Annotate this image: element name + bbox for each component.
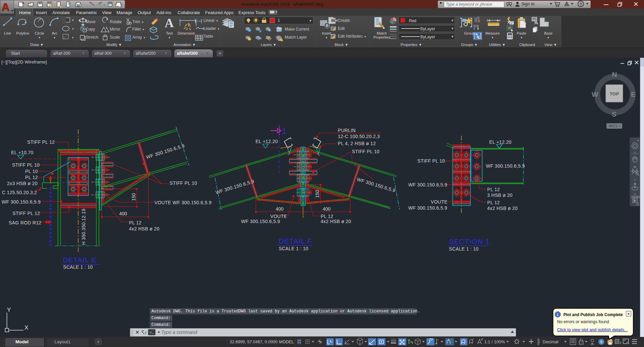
svg-text:WCS: WCS [609, 124, 618, 128]
svg-text:PURLIN: PURLIN [338, 128, 356, 133]
svg-text:STIFF PL 12: STIFF PL 12 [27, 139, 55, 145]
svg-text:SCALE 1 : 10: SCALE 1 : 10 [279, 246, 308, 251]
svg-text:WF 300.150.6,5.9: WF 300.150.6,5.9 [2, 199, 41, 205]
svg-text:DETAIL E: DETAIL E [63, 256, 97, 264]
svg-text:STIFF PL 12: STIFF PL 12 [12, 211, 40, 216]
svg-text:2x3 HSB ø 20: 2x3 HSB ø 20 [7, 181, 38, 186]
svg-text:[−][Top][2D Wireframe]: [−][Top][2D Wireframe] [1, 59, 47, 64]
svg-text:EL +12.20: EL +12.20 [256, 139, 278, 144]
svg-text:150: 150 [315, 190, 320, 198]
svg-text:PL 4, 2 HSB ø 12: PL 4, 2 HSB ø 12 [338, 141, 376, 146]
svg-text:X: X [25, 324, 28, 331]
svg-text:PL 12: PL 12 [321, 214, 333, 219]
svg-text:12-C 100.50.20.2,3: 12-C 100.50.20.2,3 [338, 134, 380, 139]
svg-text:STIFF PL 10: STIFF PL 10 [417, 158, 445, 164]
svg-text:4x2 HSB ø 20: 4x2 HSB ø 20 [321, 219, 351, 224]
svg-text:SCALE 1 : 10: SCALE 1 : 10 [449, 246, 478, 252]
svg-text:150: 150 [131, 193, 136, 201]
svg-text:W: W [592, 90, 598, 98]
svg-text:400: 400 [119, 211, 127, 216]
svg-text:PL 12: PL 12 [487, 187, 500, 192]
svg-text:N: N [612, 71, 617, 78]
svg-text:STIFF PL 10: STIFF PL 10 [352, 149, 379, 154]
svg-text:400: 400 [323, 206, 331, 212]
svg-text:VOUTE WF 300.150.6,5.9: VOUTE WF 300.150.6,5.9 [154, 200, 212, 205]
svg-text:VOUTE: VOUTE [431, 199, 448, 205]
svg-text:WF 300.150.6,5.9: WF 300.150.6,5.9 [408, 182, 447, 187]
svg-text:C 125.50.20.3,2: C 125.50.20.3,2 [2, 190, 37, 195]
svg-text:S: S [612, 110, 616, 118]
svg-text:VOUTE: VOUTE [270, 214, 287, 219]
svg-text:Y: Y [7, 307, 11, 313]
svg-text:400: 400 [276, 206, 284, 212]
svg-text:STIFF PL 10: STIFF PL 10 [12, 162, 40, 168]
svg-text:E: E [631, 90, 636, 98]
svg-text:Decimal: Decimal [543, 339, 558, 344]
svg-text:1: 1 [282, 127, 286, 136]
svg-text:TOP: TOP [610, 91, 619, 96]
svg-text:PL 12: PL 12 [487, 200, 500, 205]
svg-text:PL 12: PL 12 [25, 175, 38, 180]
svg-text:H 350.350.12.19: H 350.350.12.19 [81, 209, 86, 245]
svg-text:WF 300.150.6,5.9: WF 300.150.6,5.9 [486, 163, 525, 169]
svg-text:1:1 / 100%: 1:1 / 100% [484, 339, 505, 344]
svg-text:4x2 HSB ø 20: 4x2 HSB ø 20 [487, 206, 518, 211]
svg-text:EL +10.70: EL +10.70 [11, 150, 33, 155]
svg-text:>_: >_ [149, 331, 154, 335]
svg-text:SCALE 1 : 10: SCALE 1 : 10 [63, 264, 93, 270]
svg-text:EL +12.20: EL +12.20 [489, 139, 511, 145]
svg-text:WF 300.150.6,5.9: WF 300.150.6,5.9 [408, 205, 447, 211]
svg-text:PL 12: PL 12 [129, 220, 142, 225]
svg-text:4x2 HSB ø 20: 4x2 HSB ø 20 [129, 226, 159, 231]
svg-text:PL 10: PL 10 [25, 169, 38, 174]
svg-text:STIFF PL 10: STIFF PL 10 [170, 180, 197, 186]
svg-text:3 HSB ø 20: 3 HSB ø 20 [487, 192, 512, 198]
svg-text:SAG ROD R12: SAG ROD R12 [9, 220, 41, 225]
svg-text:▼: ▼ [618, 125, 621, 128]
svg-text:SECTION 1: SECTION 1 [449, 237, 490, 245]
svg-text:DETAIL F: DETAIL F [279, 237, 312, 245]
svg-text:WF 300.150.6,5.9: WF 300.150.6,5.9 [241, 219, 280, 224]
